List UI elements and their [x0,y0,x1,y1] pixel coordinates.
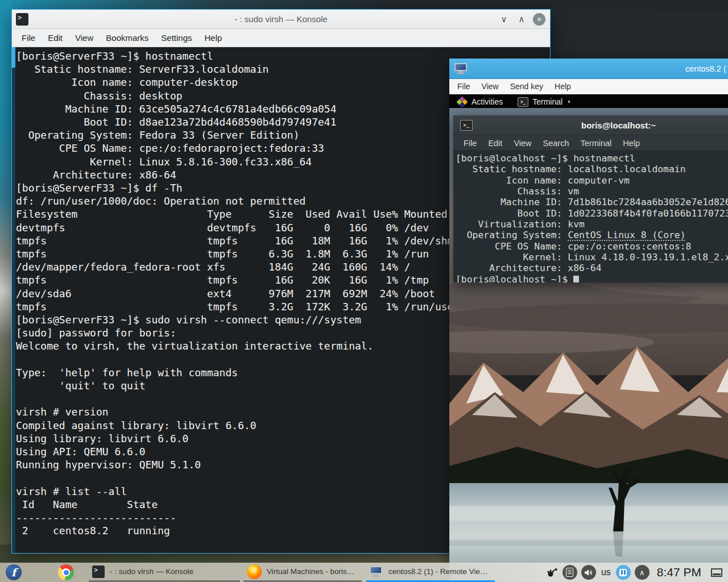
gnome-terminal-title: boris@localhost:~ [581,120,656,130]
terminal-line: Boot ID: d8ae123a72bd4d468590b4d797497e4… [16,115,490,128]
terminal-line: df: /run/user/1000/doc: Operation not pe… [16,194,490,207]
taskbar: f > - : sudo virsh — Konsole Virtual Mac… [0,563,728,582]
terminal-line: [boris@ServerF33 ~]$ hostnamectl [16,49,490,63]
volume-tray-icon[interactable] [581,565,596,580]
gt-menu-help[interactable]: Help [617,137,646,149]
focused-app-menu[interactable]: >_ Terminal ▾ [518,97,570,107]
terminal-line: [boris@ServerF33 ~]$ sudo virsh --connec… [16,313,490,326]
gnome-terminal-area[interactable]: [boris@localhost ~]$ hostnamectl Static … [453,150,728,282]
konsole-menu-bookmarks[interactable]: Bookmarks [100,31,155,45]
gnome-terminal-window: >_ boris@localhost:~ FileEditViewSearchT… [453,115,728,282]
close-button[interactable]: × [533,13,545,26]
terminal-line: tmpfs tmpfs 16G 20K 16G 1% /tmp [16,273,490,286]
terminal-line: Filesystem Type Size Used Avail Use% Mou… [16,207,490,221]
terminal-line: /dev/sda6 ext4 976M 217M 692M 24% /boot [16,287,490,300]
scrollbar-track[interactable] [12,47,15,553]
terminal-line: Machine ID: 63ce505a274c4c6781a4edb66c09… [16,102,490,115]
terminal-line [16,392,490,405]
gnome-terminal-titlebar[interactable]: >_ boris@localhost:~ [453,115,728,135]
tray-expand-chevron-icon[interactable]: ∧ [635,565,650,580]
terminal-icon: >_ [518,97,528,107]
taskbar-clock[interactable]: 8:47 PM [657,566,701,579]
terminal-line: Boot ID: 1d0223368f4b4f0fa0166b1170723e [456,208,728,219]
scrollbar-handle[interactable] [12,47,15,68]
konsole-menu-view[interactable]: View [69,31,100,45]
terminal-line: [sudo] password for boris: [16,326,490,339]
task-label: Virtual Machines - boris@Se… [267,567,356,576]
keyboard-layout-indicator[interactable]: us [601,567,611,577]
gnome-terminal-menubar: FileEditViewSearchTerminalHelp [453,135,728,151]
task-label: - : sudo virsh — Konsole [110,567,193,576]
konsole-menu-file[interactable]: File [15,31,42,45]
gnome-top-bar: Activities >_ Terminal ▾ Oc [449,94,728,109]
rv-menu-send-key[interactable]: Send key [504,80,549,93]
gt-menu-terminal[interactable]: Terminal [575,137,618,149]
terminal-hyperlink[interactable]: CentOS Linux 8 (Core) [568,230,685,240]
task-label: centos8.2 (1) - Remote Viewer [388,567,489,576]
terminal-line [16,538,490,551]
minimize-button[interactable]: ∨ [498,13,510,26]
terminal-line: Machine ID: 7d1b861bc7284aa6b3052e7e1d82… [456,197,728,207]
terminal-line: -------------------------- [16,511,490,524]
konsole-titlebar[interactable]: > - : sudo virsh — Konsole ∨ ∧ × [12,10,550,29]
desktop: > - : sudo virsh — Konsole ∨ ∧ × FileEdi… [0,0,728,582]
clipboard-tray-icon[interactable] [562,565,577,580]
terminal-line: Chassis: vm [456,186,728,197]
rv-menu-view[interactable]: View [476,80,504,93]
fedora-launcher-icon[interactable]: f [6,564,22,580]
terminal-line: Architecture: x86-64 [16,168,490,181]
system-tray: us ∧ 8:47 PM [546,565,728,580]
gt-menu-edit[interactable]: Edit [482,137,508,149]
konsole-menu-settings[interactable]: Settings [155,31,198,45]
terminal-line: Running hypervisor: QEMU 5.1.0 [16,458,490,471]
terminal-line: 'quit' to quit [16,379,490,392]
terminal-line: Icon name: computer-desktop [16,76,490,89]
tray-status-icon[interactable] [546,567,559,578]
rv-menu-help[interactable]: Help [549,80,577,93]
terminal-line: virsh # list --all [16,485,490,498]
terminal-line: CPE OS Name: cpe:/o:fedoraproject:fedora… [16,142,490,155]
konsole-menubar: FileEditViewBookmarksSettingsHelp [12,29,550,47]
terminal-line: /dev/mapper/fedora_fedora-root xfs 184G … [16,260,490,273]
terminal-line: 2 centos8.2 running [16,524,490,537]
terminal-line: devtmpfs devtmpfs 16G 0 16G 0% /dev [16,221,490,234]
gt-menu-view[interactable]: View [508,137,537,149]
remote-viewer-titlebar[interactable]: centos8.2 ( [449,59,728,79]
gt-menu-file[interactable]: File [458,137,482,149]
activities-label: Activities [471,97,503,106]
focused-app-label: Terminal [532,97,562,106]
terminal-line: Compiled against library: libvirt 6.6.0 [16,419,490,432]
terminal-line: Architecture: x86-64 [456,263,728,273]
konsole-icon: > [92,566,105,578]
terminal-line: Using API: QEMU 6.6.0 [16,445,490,458]
remote-viewer-title: centos8.2 ( [685,59,726,78]
task-konsole[interactable]: > - : sudo virsh — Konsole [89,563,240,582]
media-pause-tray-icon[interactable] [616,565,631,580]
gnome-terminal-app-icon: >_ [460,120,473,131]
terminal-line: tmpfs tmpfs 16G 18M 16G 1% /dev/shm [16,234,490,247]
terminal-line: Welcome to virsh, the virtualization int… [16,339,490,352]
terminal-line: Static hostname: localhost.localdomain [456,164,728,174]
terminal-line [16,472,490,485]
konsole-menu-help[interactable]: Help [198,31,229,45]
task-virtual-machines[interactable]: Virtual Machines - boris@Se… [243,563,362,582]
terminal-line: Type: 'help' for help with commands [16,366,490,379]
maximize-button[interactable]: ∧ [515,13,528,26]
chrome-launcher-icon[interactable] [58,564,74,580]
terminal-line: CPE OS Name: cpe:/o:centos:centos:8 [456,241,728,252]
gt-menu-search[interactable]: Search [537,137,575,149]
terminal-line: Chassis: desktop [16,89,490,102]
terminal-line: Kernel: Linux 5.8.16-300.fc33.x86_64 [16,155,490,168]
konsole-window-title: - : sudo virsh — Konsole [12,14,550,24]
terminal-line: Operating System: CentOS Linux 8 (Core) [456,230,728,240]
terminal-line: [boris@localhost ~]$ [456,274,728,282]
rv-menu-file[interactable]: File [452,80,476,93]
konsole-menu-edit[interactable]: Edit [42,31,69,45]
terminal-line: Icon name: computer-vm [456,175,728,186]
task-remote-viewer[interactable]: centos8.2 (1) - Remote Viewer [366,563,495,582]
show-desktop-button[interactable] [711,568,722,577]
remote-viewer-window: centos8.2 ( FileViewSend keyHelp Activit… [449,59,728,582]
activities-button[interactable]: Activities [457,97,503,107]
konsole-terminal-text: [boris@ServerF33 ~]$ hostnamectl Static … [16,49,490,551]
gnome-terminal-text: [boris@localhost ~]$ hostnamectl Static … [456,153,728,282]
